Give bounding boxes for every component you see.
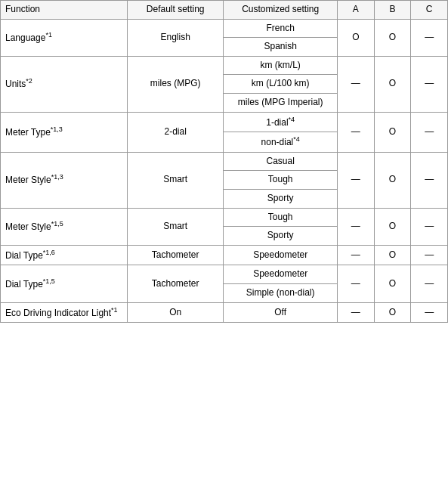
function-cell-5: Dial Type*1,6 — [1, 245, 128, 265]
function-cell-0: Language*1 — [1, 19, 128, 56]
custom-cell-1-1: km (L/100 km) — [224, 75, 338, 94]
header-default: Default setting — [127, 1, 223, 20]
main-table-wrapper: Function Default setting Customized sett… — [0, 0, 448, 323]
custom-cell-3-0: Casual — [224, 152, 338, 171]
default-cell-7: On — [127, 302, 223, 323]
custom-cell-1-0: km (km/L) — [224, 56, 338, 75]
function-cell-2: Meter Type*1,3 — [1, 112, 128, 152]
default-cell-4: Smart — [127, 208, 223, 245]
table-row: Dial Type*1,5TachometerSpeedometer—O— — [1, 265, 448, 284]
default-cell-5: Tachometer — [127, 245, 223, 265]
custom-cell-6-1: Simple (non-dial) — [224, 283, 338, 302]
c-cell-1: — — [411, 56, 448, 112]
custom-cell-2-0: 1-dial*4 — [224, 112, 338, 132]
function-cell-1: Units*2 — [1, 56, 128, 112]
a-cell-5: — — [337, 245, 374, 265]
custom-cell-1-2: miles (MPG Imperial) — [224, 93, 338, 112]
b-cell-7: O — [374, 302, 411, 323]
default-cell-0: English — [127, 19, 223, 56]
header-a: A — [337, 1, 374, 20]
default-cell-3: Smart — [127, 152, 223, 208]
function-cell-4: Meter Style*1,5 — [1, 208, 128, 245]
c-cell-7: — — [411, 302, 448, 323]
header-custom: Customized setting — [224, 1, 338, 20]
c-cell-6: — — [411, 265, 448, 302]
c-cell-3: — — [411, 152, 448, 208]
b-cell-1: O — [374, 56, 411, 112]
b-cell-4: O — [374, 208, 411, 245]
b-cell-5: O — [374, 245, 411, 265]
default-cell-1: miles (MPG) — [127, 56, 223, 112]
c-cell-4: — — [411, 208, 448, 245]
b-cell-2: O — [374, 112, 411, 152]
a-cell-2: — — [337, 112, 374, 152]
header-b: B — [374, 1, 411, 20]
custom-cell-7-0: Off — [224, 302, 338, 323]
function-cell-3: Meter Style*1,3 — [1, 152, 128, 208]
table-row: Dial Type*1,6TachometerSpeedometer—O— — [1, 245, 448, 265]
b-cell-6: O — [374, 265, 411, 302]
header-c: C — [411, 1, 448, 20]
custom-cell-6-0: Speedometer — [224, 265, 338, 284]
b-cell-3: O — [374, 152, 411, 208]
table-row: Units*2miles (MPG)km (km/L)—O— — [1, 56, 448, 75]
c-cell-0: — — [411, 19, 448, 56]
c-cell-2: — — [411, 112, 448, 152]
header-function: Function — [1, 1, 128, 20]
a-cell-6: — — [337, 265, 374, 302]
a-cell-0: O — [337, 19, 374, 56]
settings-table: Function Default setting Customized sett… — [0, 0, 448, 323]
custom-cell-0-0: French — [224, 19, 338, 38]
custom-cell-2-1: non-dial*4 — [224, 132, 338, 153]
a-cell-7: — — [337, 302, 374, 323]
table-row: Meter Style*1,3SmartCasual—O— — [1, 152, 448, 171]
custom-cell-4-1: Sporty — [224, 227, 338, 246]
table-row: Meter Type*1,32-dial1-dial*4—O— — [1, 112, 448, 132]
default-cell-6: Tachometer — [127, 265, 223, 302]
b-cell-0: O — [374, 19, 411, 56]
c-cell-5: — — [411, 245, 448, 265]
table-row: Meter Style*1,5SmartTough—O— — [1, 208, 448, 227]
function-cell-6: Dial Type*1,5 — [1, 265, 128, 302]
table-row: Language*1EnglishFrenchOO— — [1, 19, 448, 38]
default-cell-2: 2-dial — [127, 112, 223, 152]
custom-cell-4-0: Tough — [224, 208, 338, 227]
a-cell-4: — — [337, 208, 374, 245]
custom-cell-0-1: Spanish — [224, 38, 338, 57]
a-cell-3: — — [337, 152, 374, 208]
custom-cell-5-0: Speedometer — [224, 245, 338, 265]
table-row: Eco Driving Indicator Light*1OnOff—O— — [1, 302, 448, 323]
a-cell-1: — — [337, 56, 374, 112]
custom-cell-3-2: Sporty — [224, 189, 338, 208]
custom-cell-3-1: Tough — [224, 171, 338, 190]
function-cell-7: Eco Driving Indicator Light*1 — [1, 302, 128, 323]
